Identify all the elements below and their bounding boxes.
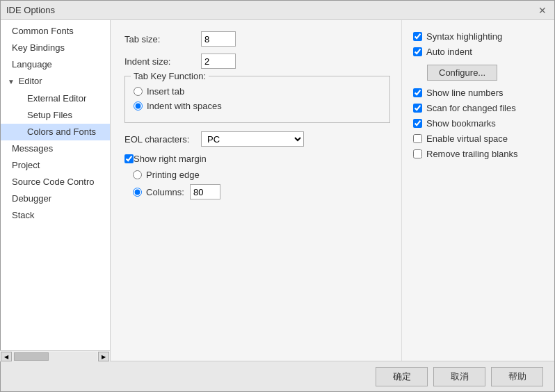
scan-changed-checkbox[interactable] <box>413 104 422 113</box>
indent-size-row: Indent size: <box>124 54 390 69</box>
show-right-margin-row: Show right margin <box>124 154 390 164</box>
close-button[interactable]: ✕ <box>536 4 549 17</box>
syntax-highlighting-label[interactable]: Syntax highlighting <box>426 31 502 42</box>
sidebar-label-colors-fonts: Colors and Fonts <box>27 126 96 137</box>
enable-virtual-checkbox[interactable] <box>413 134 422 143</box>
insert-tab-row: Insert tab <box>134 86 381 97</box>
right-panel: Syntax highlighting Auto indent Configur… <box>401 20 554 361</box>
insert-tab-label[interactable]: Insert tab <box>147 86 184 97</box>
sidebar-item-key-bindings[interactable]: Key Bindings <box>1 40 110 56</box>
eol-select[interactable]: PC Unix Mac <box>201 131 304 147</box>
scroll-right-btn[interactable]: ▶ <box>98 352 109 361</box>
indent-spaces-radio[interactable] <box>134 101 143 111</box>
configure-button[interactable]: Configure... <box>427 65 497 81</box>
printing-edge-radio[interactable] <box>133 170 142 179</box>
tab-key-function-group: Tab Key Function: Insert tab Indent with… <box>124 76 390 123</box>
sidebar-item-stack[interactable]: Stack <box>1 207 110 224</box>
columns-row: Columns: <box>133 184 390 199</box>
tab-key-radio-group: Insert tab Indent with spaces <box>134 86 381 111</box>
remove-trailing-row: Remove trailing blanks <box>413 149 543 159</box>
indent-size-label: Indent size: <box>124 56 201 67</box>
show-line-numbers-checkbox[interactable] <box>413 88 422 97</box>
show-right-margin-label[interactable]: Show right margin <box>134 154 207 164</box>
show-bookmarks-row: Show bookmarks <box>413 118 543 129</box>
show-line-numbers-row: Show line numbers <box>413 88 543 98</box>
sidebar-item-debugger[interactable]: Debugger <box>1 190 110 207</box>
expand-icon-editor: ▼ <box>8 75 16 89</box>
scan-changed-row: Scan for changed files <box>413 103 543 113</box>
tab-size-label: Tab size: <box>124 34 201 44</box>
sidebar-label-setup-files: Setup Files <box>27 110 72 120</box>
show-right-margin-checkbox[interactable] <box>124 154 134 163</box>
left-content: Tab size: Indent size: Tab Key Function:… <box>111 20 401 361</box>
sidebar: Common Fonts Key Bindings Language ▼ Edi… <box>1 20 111 361</box>
configure-button-row: Configure... <box>413 62 543 81</box>
sidebar-label-language: Language <box>12 59 52 70</box>
sidebar-label-key-bindings: Key Bindings <box>12 42 65 53</box>
printing-edge-row: Printing edge <box>133 170 390 180</box>
sidebar-scrollbar: ◀ ▶ <box>0 350 110 361</box>
help-button[interactable]: 帮助 <box>491 367 543 386</box>
scroll-left-btn[interactable]: ◀ <box>1 352 12 361</box>
sidebar-label-common-fonts: Common Fonts <box>12 26 74 36</box>
indent-spaces-label[interactable]: Indent with spaces <box>147 101 222 111</box>
syntax-highlighting-checkbox[interactable] <box>413 32 422 41</box>
insert-tab-radio[interactable] <box>134 87 143 96</box>
sidebar-label-project: Project <box>12 160 40 170</box>
tab-size-input[interactable] <box>201 31 236 47</box>
eol-label: EOL characters: <box>124 134 201 145</box>
footer: 确定 取消 帮助 <box>1 361 554 391</box>
sidebar-item-external-editor[interactable]: External Editor <box>1 90 110 107</box>
syntax-highlighting-row: Syntax highlighting <box>413 31 543 42</box>
tab-key-function-title: Tab Key Function: <box>131 71 209 81</box>
margin-section: Show right margin Printing edge Columns: <box>124 154 390 199</box>
enable-virtual-label[interactable]: Enable virtual space <box>426 133 508 144</box>
columns-input[interactable] <box>190 184 220 199</box>
remove-trailing-checkbox[interactable] <box>413 149 422 158</box>
auto-indent-checkbox[interactable] <box>413 47 422 56</box>
cancel-button[interactable]: 取消 <box>433 367 485 386</box>
sidebar-item-setup-files[interactable]: Setup Files <box>1 107 110 124</box>
indent-size-input[interactable] <box>201 54 236 69</box>
sidebar-label-messages: Messages <box>12 143 53 154</box>
printing-edge-label[interactable]: Printing edge <box>146 170 200 180</box>
main-content: Common Fonts Key Bindings Language ▼ Edi… <box>1 20 554 361</box>
sidebar-item-source-code[interactable]: Source Code Contro <box>1 174 110 190</box>
show-bookmarks-label[interactable]: Show bookmarks <box>426 118 496 129</box>
sidebar-label-stack: Stack <box>12 210 35 220</box>
sidebar-item-editor[interactable]: ▼ Editor <box>1 73 110 90</box>
indent-spaces-row: Indent with spaces <box>134 101 381 111</box>
auto-indent-label[interactable]: Auto indent <box>426 47 472 57</box>
ide-options-window: IDE Options ✕ Common Fonts Key Bindings … <box>0 0 555 392</box>
columns-label[interactable]: Columns: <box>146 187 184 197</box>
show-line-numbers-label[interactable]: Show line numbers <box>426 88 504 98</box>
auto-indent-row: Auto indent <box>413 47 543 57</box>
show-bookmarks-checkbox[interactable] <box>413 119 422 128</box>
eol-row: EOL characters: PC Unix Mac <box>124 131 390 147</box>
enable-virtual-row: Enable virtual space <box>413 133 543 144</box>
window-title: IDE Options <box>6 5 55 15</box>
scroll-thumb[interactable] <box>14 352 49 361</box>
remove-trailing-label[interactable]: Remove trailing blanks <box>426 149 518 159</box>
sidebar-label-editor: Editor <box>19 76 42 86</box>
scroll-track <box>13 352 97 361</box>
sidebar-label-source-code: Source Code Contro <box>12 177 95 187</box>
scan-changed-label[interactable]: Scan for changed files <box>426 103 516 113</box>
ok-button[interactable]: 确定 <box>376 367 428 386</box>
sidebar-item-colors-fonts[interactable]: Colors and Fonts <box>1 124 110 140</box>
tab-size-row: Tab size: <box>124 31 390 47</box>
sidebar-item-language[interactable]: Language <box>1 56 110 73</box>
sidebar-item-messages[interactable]: Messages <box>1 140 110 157</box>
sidebar-label-debugger: Debugger <box>12 193 51 204</box>
sidebar-item-project[interactable]: Project <box>1 157 110 174</box>
columns-radio[interactable] <box>133 188 142 197</box>
sidebar-label-external-editor: External Editor <box>27 93 86 104</box>
sidebar-item-common-fonts[interactable]: Common Fonts <box>1 23 110 40</box>
title-bar: IDE Options ✕ <box>1 1 554 20</box>
